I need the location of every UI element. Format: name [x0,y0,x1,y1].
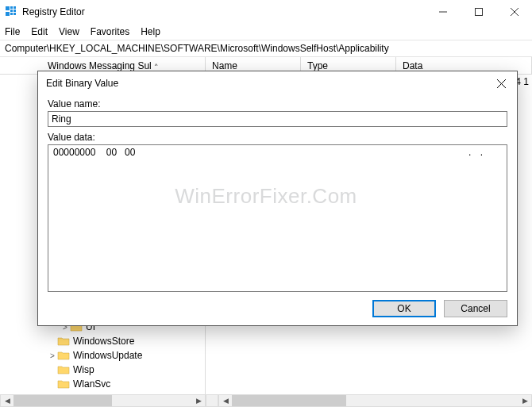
hex-offset: 00000000 [53,147,95,158]
scroll-track[interactable] [13,395,192,406]
maximize-button[interactable] [461,0,496,24]
scroll-track[interactable] [232,395,519,406]
scroll-left-icon[interactable]: ◀ [219,395,232,406]
svg-rect-1 [10,6,13,9]
menu-view[interactable]: View [59,26,79,37]
tree-body: > UI WindowsStore > WindowsUpdate Wisp [0,320,205,394]
close-button[interactable] [496,0,532,24]
address-bar[interactable]: Computer\HKEY_LOCAL_MACHINE\SOFTWARE\Mic… [0,40,532,57]
scroll-left-icon[interactable]: ◀ [1,395,13,406]
tree-node-label: WlanSvc [73,378,110,390]
svg-rect-4 [13,10,16,12]
horizontal-scrollbars: ◀ ▶ ◀ ▶ [0,394,532,407]
svg-rect-2 [13,6,16,9]
list-hscrollbar[interactable]: ◀ ▶ [218,394,532,407]
tree-node[interactable]: WlanSvc [0,377,205,391]
edit-binary-value-dialog: Edit Binary Value Value name: Ring Value… [37,71,518,326]
dialog-body: Value name: Ring Value data: 00000000 00… [38,95,517,325]
cancel-button[interactable]: Cancel [444,300,507,317]
folder-icon [57,350,70,361]
tree-header-label: Windows Messaging Sul [48,60,152,71]
svg-rect-6 [10,13,13,15]
svg-rect-3 [10,10,13,12]
folder-icon [57,378,70,390]
tree-node-label: WindowsStore [73,336,134,347]
tree-node-label: WindowsUpdate [73,350,142,361]
dialog-title: Edit Binary Value [46,78,118,89]
tree-node-label: Wisp [73,364,94,375]
window-title: Registry Editor [22,6,85,17]
expander-icon[interactable]: > [48,351,57,360]
value-name-label: Value name: [48,98,507,109]
menu-bar: File Edit View Favorites Help [0,24,532,40]
tree-hscrollbar[interactable]: ◀ ▶ [0,394,206,407]
tree-node[interactable]: WindowsStore [0,334,205,348]
address-path: Computer\HKEY_LOCAL_MACHINE\SOFTWARE\Mic… [0,43,389,54]
menu-file[interactable]: File [5,26,20,37]
value-data-label: Value data: [48,132,507,143]
minimize-button[interactable] [425,0,461,24]
title-bar: Registry Editor [0,0,532,24]
dialog-title-bar: Edit Binary Value [38,71,517,95]
ok-button[interactable]: OK [372,300,436,317]
value-data-hex-editor[interactable]: 00000000 00 00 . . [48,144,507,292]
svg-rect-7 [13,13,16,15]
hex-ascii: . . [468,147,502,290]
sort-indicator-icon: ^ [155,62,158,69]
registry-editor-icon [5,6,17,18]
dialog-close-button[interactable] [485,71,517,95]
svg-rect-5 [6,12,10,16]
window-controls [425,0,532,24]
tree-node[interactable]: Wisp [0,363,205,377]
value-name-input[interactable]: Ring [48,111,507,127]
folder-icon [57,336,70,347]
svg-rect-0 [6,6,10,10]
tree-node[interactable]: > WindowsUpdate [0,348,205,363]
menu-edit[interactable]: Edit [31,26,48,37]
menu-favorites[interactable]: Favorites [91,26,129,37]
hex-bytes: 00 00 [106,147,136,158]
scroll-right-icon[interactable]: ▶ [192,395,205,406]
menu-help[interactable]: Help [141,26,160,37]
scroll-right-icon[interactable]: ▶ [519,395,531,406]
dialog-buttons: OK Cancel [48,292,507,317]
folder-icon [57,364,70,375]
svg-rect-9 [475,9,482,16]
